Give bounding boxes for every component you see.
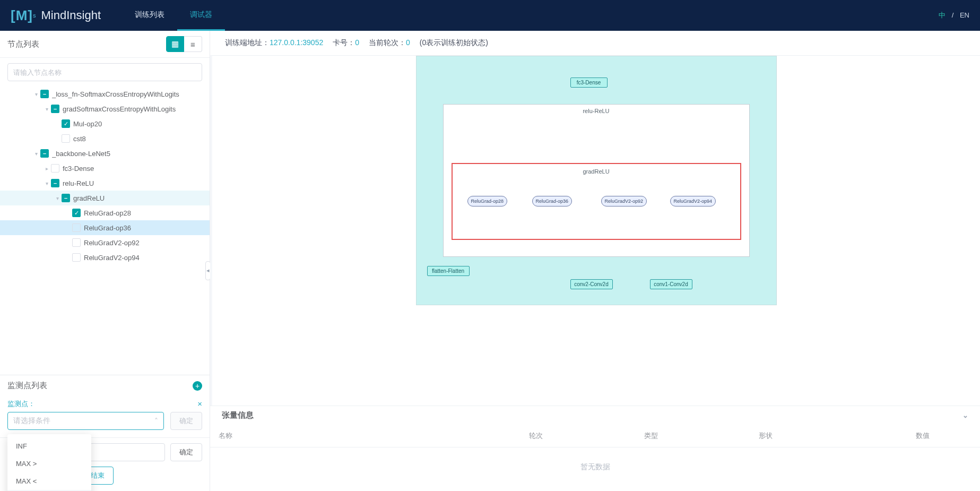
graph-canvas[interactable]: fc3-Dense relu-ReLU gradReLU ReluGrad-op… xyxy=(416,56,777,305)
computation-graph[interactable]: fc3-Dense relu-ReLU gradReLU ReluGrad-op… xyxy=(210,55,980,406)
left-sidebar: 节点列表 ▦ ≡ ▾_loss_fn-SoftmaxCrossEntropyWi… xyxy=(0,31,210,491)
tree-caret-icon[interactable]: ▾ xyxy=(53,195,62,201)
watchpoint-title: 监测点列表 xyxy=(7,381,47,391)
tree-checkbox[interactable] xyxy=(40,90,49,98)
node-tree[interactable]: ▾_loss_fn-SoftmaxCrossEntropyWithLogits▾… xyxy=(0,85,210,375)
condition-placeholder: 请选择条件 xyxy=(13,416,50,426)
view-grid-button[interactable]: ▦ xyxy=(166,36,184,52)
view-list-button[interactable]: ≡ xyxy=(184,36,202,52)
tree-caret-icon[interactable]: ▸ xyxy=(42,166,51,171)
logo-mark: [M] xyxy=(11,7,33,24)
tree-node[interactable]: ▸fc3-Dense xyxy=(0,161,210,176)
tree-checkbox[interactable] xyxy=(62,194,70,202)
tree-checkbox[interactable] xyxy=(51,105,59,113)
nav-debugger[interactable]: 调试器 xyxy=(177,0,225,31)
lang-en[interactable]: EN xyxy=(960,11,969,19)
tree-checkbox[interactable] xyxy=(62,119,70,128)
tree-node[interactable]: Mul-op20 xyxy=(0,116,210,131)
training-info-bar: 训练端地址：127.0.0.1:39052 卡号：0 当前轮次：0 (0表示训练… xyxy=(210,31,980,55)
graph-selected-frame: gradReLU ReluGrad-op28 ReluGrad-op36 Rel… xyxy=(452,163,741,240)
condition-option[interactable]: MAX < xyxy=(7,472,91,490)
chevron-up-icon: ˄ xyxy=(154,417,158,425)
graph-node-conv1[interactable]: conv1-Conv2d xyxy=(650,279,692,289)
th-type: 类型 xyxy=(636,425,750,447)
condition-option[interactable]: MAX > xyxy=(7,455,91,472)
tree-node[interactable]: ▾_backbone-LeNet5 xyxy=(0,146,210,161)
tree-node-label: fc3-Dense xyxy=(63,165,94,173)
card-label: 卡号：0 xyxy=(333,38,359,48)
tree-node-label: ReluGradV2-op94 xyxy=(84,254,140,262)
tree-node[interactable]: ReluGrad-op28 xyxy=(0,205,210,220)
language-switch[interactable]: 中 / EN xyxy=(939,11,969,20)
condition-dropdown[interactable]: INFMAX >MAX <MIN >MIN <MAX-MIN >MAX-MIN … xyxy=(7,434,91,491)
graph-node-conv2[interactable]: conv2-Conv2d xyxy=(570,279,613,289)
tree-node[interactable]: ▾gradReLU xyxy=(0,191,210,205)
tree-checkbox[interactable] xyxy=(72,209,81,217)
tree-node[interactable]: ReluGrad-op36 xyxy=(0,220,210,235)
tree-node[interactable]: cst8 xyxy=(0,131,210,146)
tree-caret-icon[interactable]: ▾ xyxy=(42,180,51,186)
round-label: 当前轮次：0 xyxy=(369,38,410,48)
graph-pill-2[interactable]: ReluGrad-op36 xyxy=(532,196,573,206)
th-value: 数值 xyxy=(865,425,980,447)
addr-label: 训练端地址：127.0.0.1:39052 xyxy=(225,38,323,48)
list-icon: ≡ xyxy=(190,40,195,49)
tree-caret-icon[interactable]: ▾ xyxy=(32,151,40,157)
grid-icon: ▦ xyxy=(171,39,179,49)
tree-checkbox[interactable] xyxy=(72,223,81,232)
tensor-header[interactable]: 张量信息 ⌄ xyxy=(210,406,980,425)
lang-zh[interactable]: 中 xyxy=(939,11,946,19)
logo: [M] s MindInsight xyxy=(11,7,101,24)
tree-checkbox[interactable] xyxy=(62,134,70,143)
lang-separator: / xyxy=(952,11,954,19)
watchpoint-panel: 监测点列表 + 监测点： × 请选择条件 ˄ 确定 INFMAX >MAX <M… xyxy=(0,375,210,491)
condition-option[interactable]: INF xyxy=(7,437,91,455)
node-search-container xyxy=(0,58,210,85)
confirm-step-button[interactable]: 确定 xyxy=(170,443,202,461)
graph-pill-1[interactable]: ReluGrad-op28 xyxy=(467,196,508,206)
tree-node[interactable]: ▾gradSoftmaxCrossEntropyWithLogits xyxy=(0,101,210,116)
condition-select[interactable]: 请选择条件 ˄ xyxy=(7,412,164,430)
tree-node[interactable]: ▾_loss_fn-SoftmaxCrossEntropyWithLogits xyxy=(0,87,210,101)
th-shape: 形状 xyxy=(750,425,865,447)
graph-node-flatten[interactable]: flatten-Flatten xyxy=(427,266,470,276)
logo-sup: s xyxy=(33,12,36,19)
chevron-down-icon: ⌄ xyxy=(962,411,968,419)
graph-pill-3[interactable]: ReluGradV2-op92 xyxy=(601,196,647,206)
tree-node[interactable]: ReluGradV2-op92 xyxy=(0,235,210,250)
tree-node-label: _loss_fn-SoftmaxCrossEntropyWithLogits xyxy=(52,90,179,98)
round-note: (0表示训练初始状态) xyxy=(420,38,488,48)
tree-node-label: ReluGrad-op28 xyxy=(84,209,131,217)
tree-node[interactable]: ▾relu-ReLU xyxy=(0,176,210,191)
logo-text: MindInsight xyxy=(41,8,101,22)
th-round: 轮次 xyxy=(521,425,635,447)
graph-node-fc3[interactable]: fc3-Dense xyxy=(570,77,608,88)
graph-relu-scope: relu-ReLU gradReLU ReluGrad-op28 ReluGra… xyxy=(443,104,750,257)
tree-caret-icon[interactable]: ▾ xyxy=(32,91,40,97)
graph-pill-4[interactable]: ReluGradV2-op94 xyxy=(670,196,716,206)
node-list-title: 节点列表 xyxy=(7,39,39,49)
tensor-table-header: 名称 轮次 类型 形状 数值 xyxy=(210,425,980,447)
nav-training-list[interactable]: 训练列表 xyxy=(122,0,177,31)
tree-node-label: Mul-op20 xyxy=(73,120,102,128)
tree-node-label: cst8 xyxy=(73,135,86,143)
confirm-condition-button[interactable]: 确定 xyxy=(170,412,202,430)
tree-checkbox[interactable] xyxy=(40,149,49,158)
close-watchpoint-icon[interactable]: × xyxy=(197,399,202,408)
node-search-input[interactable] xyxy=(7,63,202,81)
tree-node-label: _backbone-LeNet5 xyxy=(52,150,110,158)
addr-value: 127.0.0.1:39052 xyxy=(270,38,323,47)
watchpoint-label: 监测点： xyxy=(7,399,35,409)
app-header: [M] s MindInsight 训练列表 调试器 中 / EN xyxy=(0,0,980,31)
tree-checkbox[interactable] xyxy=(51,164,59,173)
main-content: ◂ 训练端地址：127.0.0.1:39052 卡号：0 当前轮次：0 (0表示… xyxy=(210,31,980,491)
graph-label-gradrelu: gradReLU xyxy=(583,168,609,175)
add-watchpoint-button[interactable]: + xyxy=(193,381,202,391)
tree-node[interactable]: ReluGradV2-op94 xyxy=(0,250,210,265)
tree-checkbox[interactable] xyxy=(72,253,81,262)
tree-checkbox[interactable] xyxy=(51,179,59,187)
tree-caret-icon[interactable]: ▾ xyxy=(42,106,51,112)
tree-checkbox[interactable] xyxy=(72,238,81,247)
card-value: 0 xyxy=(355,38,359,47)
node-list-header: 节点列表 ▦ ≡ xyxy=(0,31,210,58)
